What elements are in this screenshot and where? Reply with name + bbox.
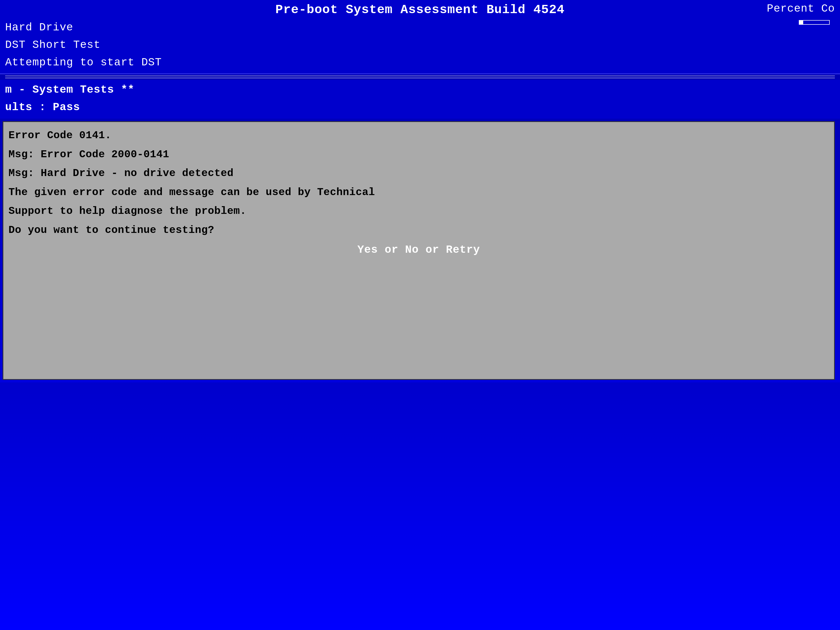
prompt-or1: or <box>385 244 405 256</box>
error-line4: The given error code and message can be … <box>8 183 829 202</box>
top-bar: Pre-boot System Assessment Build 4524 Ha… <box>0 0 840 74</box>
percent-label: Percent Co <box>767 3 835 15</box>
system-tests-line2: ults : Pass <box>5 99 835 116</box>
error-dialog: Error Code 0141. Msg: Error Code 2000-01… <box>3 121 835 380</box>
no-option[interactable]: No <box>405 244 419 256</box>
error-content: Error Code 0141. Msg: Error Code 2000-01… <box>8 126 829 240</box>
system-tests-section: m - System Tests ** ults : Pass <box>0 80 840 119</box>
error-line5: Support to help diagnose the problem. <box>8 202 829 221</box>
progress-bar <box>799 20 830 25</box>
info-line1: Hard Drive <box>5 19 835 36</box>
system-tests-line1: m - System Tests ** <box>5 81 835 99</box>
prompt-or2: or <box>425 244 446 256</box>
progress-fill <box>799 21 803 24</box>
error-line6: Do you want to continue testing? <box>8 221 829 240</box>
bottom-area <box>0 382 840 630</box>
divider-line2 <box>5 78 835 78</box>
error-line2: Msg: Error Code 2000-0141 <box>8 145 829 164</box>
error-line3: Msg: Hard Drive - no drive detected <box>8 164 829 183</box>
top-section: Pre-boot System Assessment Build 4524 Ha… <box>0 0 840 118</box>
yes-option[interactable]: Yes <box>357 244 378 256</box>
info-lines: Hard Drive DST Short Test Attempting to … <box>5 19 835 71</box>
retry-option[interactable]: Retry <box>446 244 480 256</box>
prompt-line[interactable]: Yes or No or Retry <box>8 244 829 256</box>
error-line1: Error Code 0141. <box>8 126 829 145</box>
screen-title: Pre-boot System Assessment Build 4524 <box>5 3 835 17</box>
info-line2: DST Short Test <box>5 36 835 54</box>
divider-line <box>5 76 835 76</box>
info-line3: Attempting to start DST <box>5 54 835 71</box>
bios-screen: Pre-boot System Assessment Build 4524 Ha… <box>0 0 840 630</box>
